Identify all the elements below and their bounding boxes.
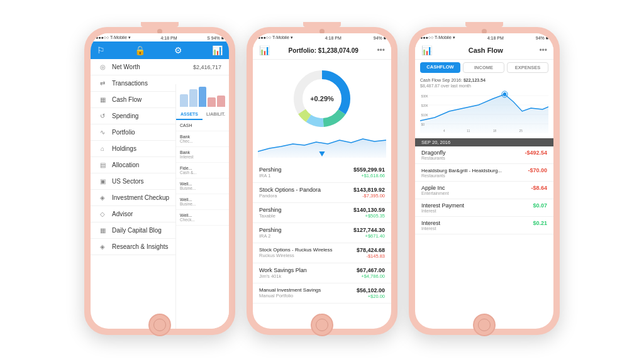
- lock-icon[interactable]: 🔒: [135, 45, 145, 55]
- cashflow-chart-icon[interactable]: 📊: [421, 45, 432, 55]
- svg-text:11: 11: [467, 129, 470, 133]
- side-panel-bank2: Bank Interest: [176, 147, 229, 163]
- advisor-icon: ◇: [98, 211, 107, 217]
- cashflow-chart-area: Cash Flow Sep 2016: $22,123.54 $8,487.87…: [415, 75, 553, 138]
- donut-chart: +0.29%: [291, 67, 353, 130]
- transaction-list: Dragonfly -$492.54 Restaurants Healdsbur…: [415, 146, 553, 329]
- checkup-icon: ◈: [98, 194, 107, 201]
- carrier-2: ●●●○○ T-Mobile ▾: [258, 35, 293, 40]
- bar-5: [217, 96, 225, 107]
- tab-cashflow[interactable]: CASHFLOW: [420, 62, 460, 73]
- battery-2: 94% ■: [374, 36, 386, 40]
- carrier-3: ●●●○○ T-Mobile ▾: [420, 35, 455, 40]
- phone-3: ●●●○○ T-Mobile ▾ 4:18 PM 94% ■ 📊 Cash Fl…: [409, 27, 560, 335]
- cashflow-tab-bar: CASHFLOW INCOME EXPENSES: [415, 60, 553, 75]
- phone-1-home[interactable]: [148, 314, 171, 336]
- phone-2-status-bar: ●●●○○ T-Mobile ▾ 4:18 PM 94% ■: [253, 33, 391, 41]
- bar-4: [208, 97, 216, 107]
- svg-text:18: 18: [493, 129, 496, 133]
- cashflow-period: Cash Flow Sep 2016: $22,123.54: [420, 78, 486, 82]
- svg-text:$30K: $30K: [421, 95, 429, 98]
- phone-3-screen: ●●●○○ T-Mobile ▾ 4:18 PM 94% ■ 📊 Cash Fl…: [415, 33, 553, 329]
- phone-2-screen: ●●●○○ T-Mobile ▾ 4:18 PM 94% ■ 📊 Portfol…: [253, 33, 391, 329]
- cashflow-header-info: Cash Flow Sep 2016: $22,123.54: [420, 78, 548, 82]
- cashflow-title: Cash Flow: [469, 47, 503, 54]
- portfolio-title: Portfolio: $1,238,074.09: [289, 47, 358, 54]
- side-panel-bank1: Bank Chec...: [176, 131, 229, 147]
- gear-icon[interactable]: ⚙: [174, 45, 182, 55]
- cashflow-line-chart: $30K $20K $10K $0 4 11 18 25: [420, 89, 548, 133]
- transactions-icon: ⇄: [98, 80, 107, 87]
- side-panel-well2: Well... Busine...: [176, 194, 229, 210]
- liabilities-tab[interactable]: LIABILIT.: [203, 109, 229, 120]
- phone-3-home[interactable]: [473, 314, 496, 336]
- portfolio-item-pandora[interactable]: Stock Options - PandoraPandora $143,819.…: [253, 183, 391, 203]
- svg-text:$10K: $10K: [421, 114, 429, 117]
- time-2: 4:18 PM: [325, 36, 341, 40]
- flag-icon[interactable]: ⚐: [97, 45, 105, 55]
- time-3: 4:18 PM: [487, 36, 504, 40]
- portfolio-icon: ∿: [98, 129, 107, 136]
- phone-1-status-bar: ●●●○○ T-Mobile ▾ 4:18 PM S 94% ■: [91, 33, 229, 41]
- transaction-apple[interactable]: Apple Inc -$8.64 Entertainment: [415, 182, 553, 199]
- transaction-dragonfly[interactable]: Dragonfly -$492.54 Restaurants: [415, 146, 553, 164]
- side-panel-cash: CASH: [176, 120, 229, 131]
- svg-text:$20K: $20K: [421, 104, 429, 107]
- transaction-healdsburg[interactable]: Healdsburg Bar&grill - Healdsburg... -$7…: [415, 164, 553, 182]
- tab-expenses[interactable]: EXPENSES: [507, 62, 548, 73]
- phone-3-header: 📊 Cash Flow •••: [415, 41, 553, 60]
- phone-1: ●●●○○ T-Mobile ▾ 4:18 PM S 94% ■ ⚐ 🔒 ⚙ 📊…: [84, 27, 235, 335]
- svg-text:4: 4: [443, 129, 445, 133]
- research-icon: ◈: [98, 243, 107, 250]
- blog-icon: ▦: [98, 227, 107, 234]
- mini-bar-chart: [176, 84, 229, 109]
- bar-1: [180, 94, 188, 107]
- carrier-1: ●●●○○ T-Mobile ▾: [96, 35, 131, 40]
- phone-2-home[interactable]: [311, 314, 333, 336]
- phone-1-header: ⚐ 🔒 ⚙ 📊: [91, 41, 229, 59]
- cashflow-icon: ▦: [98, 96, 107, 103]
- transaction-interest[interactable]: Interest $0.21 Interest: [415, 217, 553, 234]
- donut-center: +0.29%: [310, 95, 334, 102]
- phones-container: ●●●○○ T-Mobile ▾ 4:18 PM S 94% ■ ⚐ 🔒 ⚙ 📊…: [0, 0, 644, 362]
- svg-text:$0: $0: [421, 123, 425, 126]
- transaction-interest-payment[interactable]: Interest Payment $0.07 Interest: [415, 199, 553, 217]
- holdings-icon: ⌂: [98, 145, 107, 152]
- portfolio-item-pershing-taxable[interactable]: PershingTaxable $140,130.59+$505.35: [253, 203, 391, 223]
- bar-3: [199, 87, 207, 107]
- svg-point-10: [503, 92, 507, 96]
- portfolio-chart-icon[interactable]: 📊: [259, 45, 270, 55]
- battery-1: S 94% ■: [207, 36, 224, 40]
- portfolio-item-pershing-ira2[interactable]: PershingIRA 2 $127,744.30+$671.40: [253, 223, 391, 243]
- cashflow-comparison: $8,487.87 over last month: [420, 84, 548, 88]
- portfolio-item-work-savings[interactable]: Work Savings PlanJim's 401k $67,467.00+$…: [253, 263, 391, 283]
- phone-2-header: 📊 Portfolio: $1,238,074.09 •••: [253, 41, 391, 60]
- portfolio-area-chart: [258, 133, 386, 158]
- portfolio-chart-area: +0.29%: [253, 60, 391, 163]
- chart-icon[interactable]: 📊: [212, 45, 223, 55]
- portfolio-item-pershing-ira1[interactable]: PershingIRA 1 $559,299.91+$1,618.66: [253, 163, 391, 183]
- phone-2: ●●●○○ T-Mobile ▾ 4:18 PM 94% ■ 📊 Portfol…: [247, 27, 397, 335]
- phone-3-status-bar: ●●●○○ T-Mobile ▾ 4:18 PM 94% ■: [415, 33, 553, 41]
- bar-2: [189, 89, 197, 107]
- assets-tab[interactable]: ASSETS: [176, 109, 203, 120]
- cashflow-menu[interactable]: •••: [539, 46, 547, 55]
- svg-text:25: 25: [519, 129, 523, 133]
- portfolio-list: PershingIRA 1 $559,299.91+$1,618.66 Stoc…: [253, 163, 391, 329]
- side-panel: ASSETS LIABILIT. CASH Bank Chec... Bank …: [175, 84, 229, 329]
- time-1: 4:18 PM: [160, 36, 177, 40]
- allocation-icon: ▤: [98, 162, 107, 168]
- portfolio-item-ruckus[interactable]: Stock Options - Ruckus WirelessRuckus Wi…: [253, 243, 391, 263]
- side-panel-well1: Well... Busine...: [176, 178, 229, 194]
- networth-icon: ◎: [98, 63, 107, 70]
- battery-3: 94% ■: [536, 36, 548, 40]
- nav-item-networth[interactable]: ◎Net Worth $2,416,717: [91, 59, 229, 75]
- portfolio-menu[interactable]: •••: [377, 46, 385, 55]
- date-divider: SEP 20, 2016: [415, 138, 553, 146]
- portfolio-item-manual-savings[interactable]: Manual Investment SavingsManual Portfoli…: [253, 283, 391, 304]
- ussectors-icon: ▣: [98, 178, 107, 185]
- phone-1-screen: ●●●○○ T-Mobile ▾ 4:18 PM S 94% ■ ⚐ 🔒 ⚙ 📊…: [91, 33, 229, 329]
- tab-income[interactable]: INCOME: [463, 62, 504, 73]
- side-panel-fide: Fide... Cash &...: [176, 163, 229, 178]
- side-panel-well3: Well... Check...: [176, 210, 229, 226]
